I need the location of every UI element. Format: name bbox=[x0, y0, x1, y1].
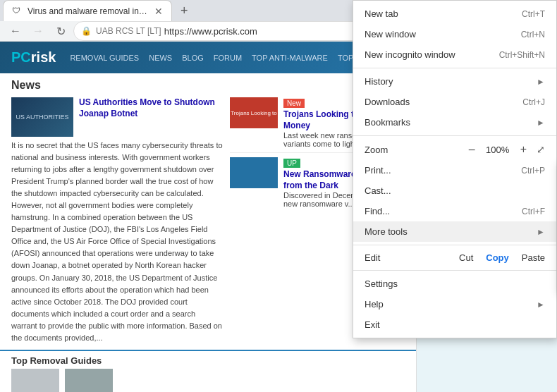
side-article-1-image: Trojans Looking to bbox=[230, 97, 278, 128]
zoom-plus-button[interactable]: + bbox=[516, 142, 531, 157]
side-badge-1: New bbox=[283, 99, 305, 108]
menu-item-new-window[interactable]: New window Ctrl+N bbox=[353, 24, 556, 44]
url-prefix: UAB RCS LT [LT] bbox=[96, 26, 161, 36]
security-lock-icon: 🔒 bbox=[81, 26, 92, 36]
edit-actions: Cut Copy Paste bbox=[459, 252, 545, 263]
logo-pc: PC bbox=[11, 49, 31, 66]
paste-button[interactable]: Paste bbox=[522, 252, 545, 263]
menu-item-downloads[interactable]: Downloads Ctrl+J bbox=[353, 92, 556, 112]
bottom-section: Top Removal Guides bbox=[0, 350, 416, 392]
bottom-section-title: Top Removal Guides bbox=[11, 355, 405, 366]
url-text: https://www.pcrisk.com bbox=[164, 26, 257, 37]
menu-section-settings: Settings Help ► Exit bbox=[353, 271, 556, 338]
menu-item-zoom: Zoom – 100% + ⤢ bbox=[353, 139, 556, 160]
tab-close-button[interactable]: ✕ bbox=[154, 6, 163, 17]
back-button[interactable]: ← bbox=[6, 21, 25, 41]
logo-risk: risk bbox=[31, 49, 56, 66]
menu-section-new: New tab Ctrl+T New window Ctrl+N New inc… bbox=[353, 1, 556, 68]
new-tab-button[interactable]: + bbox=[175, 1, 194, 21]
nav-news[interactable]: NEWS bbox=[149, 54, 172, 62]
side-article-2-image bbox=[230, 157, 278, 188]
menu-item-history[interactable]: History ► bbox=[353, 71, 556, 92]
news-grid: US AUTHORITIES US Authorities Move to Sh… bbox=[11, 97, 405, 344]
side-badge-2: UP bbox=[283, 159, 300, 168]
main-article-content: US Authorities Move to Shutdown Joanap B… bbox=[79, 97, 223, 137]
nav-blog[interactable]: BLOG bbox=[182, 54, 204, 62]
tab-favicon: 🛡 bbox=[12, 6, 23, 17]
refresh-button[interactable]: ↻ bbox=[51, 21, 71, 41]
menu-item-bookmarks[interactable]: Bookmarks ► bbox=[353, 112, 556, 133]
main-article-text: It is no secret that the US faces many c… bbox=[11, 140, 223, 344]
menu-item-incognito[interactable]: New incognito window Ctrl+Shift+N bbox=[353, 44, 556, 65]
menu-item-settings[interactable]: Settings bbox=[353, 274, 556, 294]
nav-forum[interactable]: FORUM bbox=[214, 54, 242, 62]
menu-section-history: History ► Downloads Ctrl+J Bookmarks ► bbox=[353, 68, 556, 136]
menu-section-zoom: Zoom – 100% + ⤢ Print... Ctrl+P Cast... bbox=[353, 136, 556, 245]
menu-item-cast[interactable]: Cast... bbox=[353, 180, 556, 201]
main-article-header: US AUTHORITIES US Authorities Move to Sh… bbox=[11, 97, 223, 137]
menu-item-help[interactable]: Help ► bbox=[353, 294, 556, 314]
nav-removal-guides[interactable]: REMOVAL GUIDES bbox=[70, 54, 139, 62]
chrome-menu: New tab Ctrl+T New window Ctrl+N New inc… bbox=[353, 0, 557, 338]
edit-label: Edit bbox=[365, 252, 459, 263]
menu-item-edit-row: Edit Cut Copy Paste bbox=[353, 248, 556, 267]
tab-title: Virus and malware removal instr... bbox=[27, 6, 149, 16]
menu-item-exit[interactable]: Exit bbox=[353, 314, 556, 335]
forward-button[interactable]: → bbox=[28, 21, 48, 41]
zoom-controls: – 100% + ⤢ bbox=[465, 142, 545, 157]
main-article-headline[interactable]: US Authorities Move to Shutdown Joanap B… bbox=[79, 97, 223, 119]
menu-section-edit: Edit Cut Copy Paste bbox=[353, 245, 556, 271]
menu-item-print[interactable]: Print... Ctrl+P bbox=[353, 160, 556, 180]
zoom-value: 100% bbox=[485, 145, 510, 155]
nav-top-antimalware[interactable]: TOP ANTI-MALWARE bbox=[252, 54, 328, 62]
removal-guide-2-image bbox=[65, 369, 113, 392]
menu-item-new-tab[interactable]: New tab Ctrl+T bbox=[353, 4, 556, 24]
copy-button[interactable]: Copy bbox=[486, 252, 509, 263]
main-article: US AUTHORITIES US Authorities Move to Sh… bbox=[11, 97, 223, 344]
site-logo: PCrisk bbox=[11, 49, 56, 66]
active-tab[interactable]: 🛡 Virus and malware removal instr... ✕ bbox=[3, 0, 172, 21]
zoom-expand-button[interactable]: ⤢ bbox=[537, 144, 545, 155]
removal-guides-list bbox=[11, 369, 405, 392]
menu-item-find[interactable]: Find... Ctrl+F bbox=[353, 201, 556, 221]
browser-frame: 🛡 Virus and malware removal instr... ✕ +… bbox=[0, 0, 557, 392]
cut-button[interactable]: Cut bbox=[459, 252, 473, 263]
news-section-title: News bbox=[11, 79, 405, 92]
removal-guide-1-image bbox=[11, 369, 59, 392]
main-article-image: US AUTHORITIES bbox=[11, 97, 73, 137]
zoom-minus-button[interactable]: – bbox=[465, 142, 479, 157]
menu-item-more-tools[interactable]: More tools ► bbox=[353, 221, 556, 242]
